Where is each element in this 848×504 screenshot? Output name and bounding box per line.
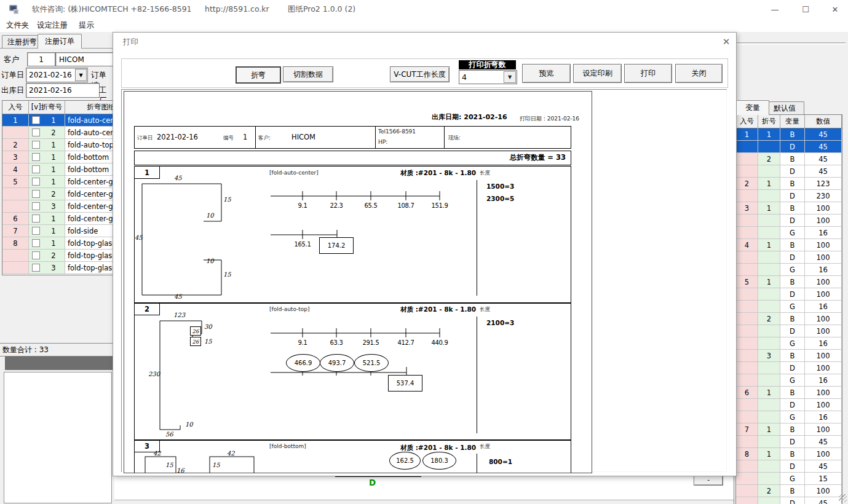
table-row[interactable]: 6 1 fold-center-glass xyxy=(2,213,113,225)
table-row[interactable]: 6 1 B 100 xyxy=(736,387,842,399)
resize-grip[interactable] xyxy=(839,494,847,502)
row-checkbox[interactable] xyxy=(32,190,40,198)
row-checkbox[interactable] xyxy=(32,165,40,173)
table-row[interactable]: 2 1 B 123 xyxy=(736,178,842,190)
table-row[interactable]: 7 1 fold-side xyxy=(2,225,113,237)
cell-foldno: 1 xyxy=(758,178,780,190)
table-row[interactable]: 3 fold-top-glass xyxy=(2,262,113,274)
variables-table-body: 1 1 B 45 D 45 2 B 45 xyxy=(736,128,842,504)
total-bar: 数量合计 : 33 xyxy=(0,343,113,356)
row-checkbox[interactable] xyxy=(32,153,40,161)
cell-variable: D xyxy=(780,362,805,374)
length-value: 1500=3 xyxy=(486,183,514,190)
tab-register-order[interactable]: 注册订单 xyxy=(38,34,82,49)
table-row[interactable]: G 16 xyxy=(736,227,842,239)
row-checkbox[interactable] xyxy=(32,128,40,136)
row-checkbox[interactable] xyxy=(32,251,40,259)
tab-defaults[interactable]: 默认值 xyxy=(765,101,804,115)
dialog-close-icon[interactable]: ✕ xyxy=(719,36,733,48)
table-row[interactable]: D 100 xyxy=(736,288,842,301)
table-row[interactable]: D 100 xyxy=(736,325,842,337)
table-row[interactable]: 2 B 100 xyxy=(736,313,842,325)
table-row[interactable]: 5 1 fold-center-glass xyxy=(2,176,113,188)
table-row[interactable]: G 16 xyxy=(736,374,842,387)
table-row[interactable]: 4 1 fold-bottom xyxy=(2,163,113,176)
table-row[interactable]: 2 B 45 xyxy=(736,153,842,165)
row-checkbox[interactable] xyxy=(32,141,40,149)
row-checkbox[interactable] xyxy=(32,264,40,272)
cell-variable: G xyxy=(780,473,805,485)
table-row[interactable]: 3 fold-center-glass xyxy=(2,200,113,213)
table-row[interactable]: D 100 xyxy=(736,399,842,411)
row-checkbox[interactable] xyxy=(32,202,40,210)
table-row[interactable]: G 16 xyxy=(736,264,842,276)
table-row[interactable]: 8 1 B 100 xyxy=(736,448,842,460)
table-row[interactable]: D 45 xyxy=(736,141,842,153)
fold-toggle-button[interactable]: 折弯 xyxy=(236,66,281,84)
table-row[interactable]: G 16 xyxy=(736,301,842,313)
row-checkbox[interactable] xyxy=(32,215,40,222)
table-row[interactable]: 1 1 fold-auto-center xyxy=(2,114,113,127)
table-row[interactable]: G 16 xyxy=(736,411,842,423)
table-row[interactable]: 2 fold-center-glass xyxy=(2,188,113,200)
vcut-length-button[interactable]: V-CUT工作长度 xyxy=(390,66,450,82)
menu-folder[interactable]: 文件夹 xyxy=(2,20,33,31)
order-date-combobox[interactable]: 2021-02-16 ▼ xyxy=(26,68,88,82)
table-row[interactable]: D 45 xyxy=(736,460,842,473)
table-row[interactable]: D 45 xyxy=(736,436,842,448)
col-header-drawing: 折弯图纸 xyxy=(65,101,113,114)
table-row[interactable]: D 45 xyxy=(736,497,842,504)
row-checkbox[interactable] xyxy=(32,116,40,124)
dropdown-arrow-icon[interactable]: ▼ xyxy=(75,69,87,81)
minimize-button[interactable]: — xyxy=(767,2,783,16)
print-button[interactable]: 打印 xyxy=(624,64,672,83)
customer-name-field[interactable]: HICOM xyxy=(55,52,113,66)
table-row[interactable]: D 230 xyxy=(736,190,842,202)
cell-foldno xyxy=(758,288,780,301)
table-row[interactable]: 1 1 B 45 xyxy=(736,128,842,141)
table-row[interactable]: 3 B 100 xyxy=(736,350,842,362)
print-date-text: 打印日期 : 2021-02-16 xyxy=(520,115,579,123)
table-row[interactable]: 8 1 fold-top-glass xyxy=(2,237,113,250)
row-checkbox[interactable] xyxy=(32,227,40,235)
close-button[interactable]: ✕ xyxy=(827,2,843,16)
cell-no: 3 xyxy=(2,151,29,163)
fold-number: 1 xyxy=(42,116,65,125)
table-row[interactable]: G 16 xyxy=(736,337,842,350)
ship-date-field[interactable]: 2021-02-16 xyxy=(26,83,100,98)
row-checkbox[interactable] xyxy=(32,239,40,247)
cell-no xyxy=(736,227,758,239)
table-row[interactable]: D 100 xyxy=(736,362,842,374)
table-row[interactable]: 7 1 B 100 xyxy=(736,423,842,436)
notes-panel[interactable] xyxy=(4,372,112,503)
close-dialog-button[interactable]: 关闭 xyxy=(675,64,723,83)
table-row[interactable]: D 100 xyxy=(736,251,842,264)
cut-data-button[interactable]: 切割数据 xyxy=(283,66,333,82)
row-checkbox[interactable] xyxy=(32,178,40,186)
table-row[interactable]: 2 fold-top-glass xyxy=(2,250,113,262)
table-row[interactable]: 4 1 B 100 xyxy=(736,239,842,251)
menu-settings[interactable]: 设定注册 xyxy=(33,20,71,31)
dim-label: 123 xyxy=(173,312,185,318)
table-row[interactable]: D 45 xyxy=(736,165,842,178)
table-row[interactable]: G 15 xyxy=(736,473,842,485)
customer-no-field[interactable]: 1 xyxy=(27,52,55,66)
tab-variables[interactable]: 变量 xyxy=(736,100,769,115)
cell-no xyxy=(736,485,758,497)
preview-button[interactable]: 预览 xyxy=(522,64,571,83)
table-row[interactable]: 3 1 B 100 xyxy=(736,202,842,215)
tab-register-fold[interactable]: 注册折弯 xyxy=(2,35,42,49)
table-row[interactable]: 5 1 B 100 xyxy=(736,276,842,288)
menu-hint[interactable]: 提示 xyxy=(75,20,98,31)
table-row[interactable]: 2 1 fold-auto-top xyxy=(2,139,113,151)
dropdown-arrow-icon[interactable]: ▼ xyxy=(504,71,516,83)
print-fold-count-combobox[interactable]: 4 ▼ xyxy=(459,70,517,84)
table-row[interactable]: D 100 xyxy=(736,215,842,227)
print-preview-area[interactable]: 出库日期: 2021-02-16 打印日期 : 2021-02-16 订单日 2… xyxy=(121,89,727,472)
table-row[interactable]: 2 B 100 xyxy=(736,485,842,497)
maximize-button[interactable]: ☐ xyxy=(798,2,814,16)
col-header-variable: 变量 xyxy=(780,115,805,128)
print-setup-button[interactable]: 设定印刷 xyxy=(573,64,622,83)
table-row[interactable]: 3 1 fold-bottom xyxy=(2,151,113,163)
table-row[interactable]: 2 fold-auto-center xyxy=(2,127,113,139)
